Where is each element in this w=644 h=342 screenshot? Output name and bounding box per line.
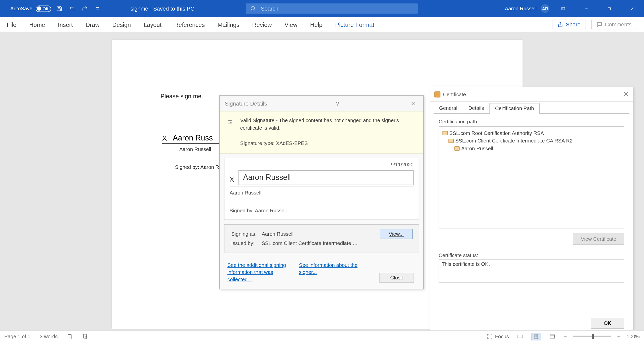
signature-dialog-title: Signature Details	[225, 100, 267, 107]
close-icon[interactable]	[623, 3, 641, 14]
certificate-node-icon	[454, 146, 459, 151]
toggle-knob-icon	[37, 6, 41, 11]
status-page[interactable]: Page 1 of 1	[4, 333, 30, 339]
zoom-level[interactable]: 100%	[627, 333, 640, 339]
certificate-node-icon	[442, 131, 448, 135]
accessibility-icon[interactable]	[82, 333, 88, 339]
svg-rect-19	[550, 334, 555, 338]
tab-insert[interactable]: Insert	[58, 21, 73, 28]
ok-button[interactable]: OK	[591, 318, 624, 329]
certificate-status-text: This certificate is OK.	[442, 261, 490, 267]
autosave-toggle[interactable]: Off	[36, 5, 51, 12]
tab-file[interactable]: File	[7, 21, 16, 28]
link-signer-info[interactable]: See information about the signer...	[299, 262, 363, 276]
save-icon[interactable]	[55, 4, 64, 13]
account-name[interactable]: Aaron Russell	[505, 6, 537, 12]
certificate-icon	[434, 91, 440, 97]
tab-layout[interactable]: Layout	[144, 21, 162, 28]
tab-picture-format[interactable]: Picture Format	[335, 21, 374, 28]
tab-mailings[interactable]: Mailings	[218, 21, 239, 28]
tab-design[interactable]: Design	[112, 21, 131, 28]
valid-signature-text: Valid Signature - The signed content has…	[240, 117, 416, 132]
certificate-tabs: General Details Certification Path	[433, 103, 629, 114]
share-button[interactable]: Share	[552, 20, 586, 29]
minimize-icon[interactable]	[577, 3, 595, 14]
print-layout-icon[interactable]	[531, 332, 541, 340]
cert-tab-general[interactable]: General	[433, 103, 463, 113]
page-prompt-text: Please sign me.	[160, 93, 203, 100]
share-label: Share	[566, 21, 581, 28]
signature-name: Aaron Russ	[173, 134, 213, 143]
issued-by-value: SSL.com Client Certificate Intermediate …	[262, 239, 364, 248]
autosave-label: AutoSave	[10, 6, 32, 12]
certificate-status-box: This certificate is OK.	[439, 259, 624, 283]
comments-button[interactable]: Comments	[591, 20, 637, 29]
spelling-check-icon[interactable]	[67, 333, 73, 339]
tree-item-intermediate[interactable]: SSL.com Client Certificate Intermediate …	[449, 137, 621, 144]
signature-underline	[230, 186, 414, 186]
dialog-help-icon[interactable]: ?	[332, 100, 343, 107]
document-title: signme - Saved to this PC	[130, 5, 194, 12]
tab-help[interactable]: Help	[310, 21, 323, 28]
dialog-close-icon[interactable]: ✕	[408, 100, 418, 107]
tree-item-root[interactable]: SSL.com Root Certification Authority RSA	[442, 129, 621, 137]
signature-printed-name: Aaron Russell	[230, 190, 414, 196]
share-icon	[558, 22, 563, 27]
certificate-status-label: Certificate status:	[439, 252, 624, 258]
zoom-in-button[interactable]: +	[617, 333, 621, 340]
dialog-close-icon[interactable]: ✕	[623, 90, 629, 98]
cert-tab-details[interactable]: Details	[463, 103, 490, 113]
signature-valid-icon	[227, 119, 233, 127]
ribbon-display-options-icon[interactable]	[554, 3, 572, 14]
certificate-dialog: Certificate ✕ General Details Certificat…	[430, 87, 633, 336]
redo-icon[interactable]	[80, 4, 90, 13]
title-bar: AutoSave Off signme - Saved to this PC S…	[0, 0, 644, 17]
tab-home[interactable]: Home	[29, 21, 45, 28]
cert-tab-certification-path[interactable]: Certification Path	[490, 103, 540, 114]
tab-draw[interactable]: Draw	[86, 21, 99, 28]
tab-view[interactable]: View	[285, 21, 297, 28]
search-placeholder: Search	[261, 5, 278, 12]
valid-signature-banner: Valid Signature - The signed content has…	[220, 111, 423, 154]
search-input[interactable]: Search	[246, 4, 418, 14]
tree-item-leaf[interactable]: Aaron Russell	[454, 145, 620, 152]
certification-path-label: Certification path	[439, 119, 624, 125]
zoom-slider[interactable]	[573, 336, 611, 337]
autosave-state: Off	[43, 6, 48, 11]
svg-point-11	[230, 122, 231, 123]
undo-icon[interactable]	[67, 4, 77, 13]
search-icon	[250, 6, 256, 12]
certificate-node-icon	[449, 139, 454, 143]
signing-as-label: Signing as:	[231, 230, 261, 238]
signature-type-text: Signature type: XAdES-EPES	[240, 139, 416, 147]
zoom-out-button[interactable]: −	[564, 333, 567, 340]
issued-by-label: Issued by:	[231, 239, 261, 248]
signature-preview-card: 9/11/2020 X Aaron Russell Aaron Russell …	[224, 158, 419, 220]
view-certificate-button[interactable]: View...	[380, 229, 413, 239]
ribbon: File Home Insert Draw Design Layout Refe…	[0, 17, 644, 32]
close-button[interactable]: Close	[380, 273, 414, 283]
signature-x-mark: X	[230, 176, 234, 183]
signature-details-dialog: Signature Details ? ✕ Valid Signature - …	[219, 95, 424, 289]
focus-mode-button[interactable]: Focus	[487, 333, 509, 339]
avatar[interactable]: AR	[541, 4, 549, 13]
svg-point-1	[251, 7, 254, 10]
svg-rect-13	[84, 334, 87, 338]
signing-as-value: Aaron Russell	[262, 230, 364, 238]
svg-rect-6	[608, 7, 610, 10]
view-certificate-button[interactable]: View Certificate	[573, 233, 624, 245]
maximize-icon[interactable]	[600, 3, 618, 14]
tab-review[interactable]: Review	[252, 21, 272, 28]
customize-qat-icon[interactable]	[93, 4, 102, 13]
status-word-count[interactable]: 3 words	[40, 333, 58, 339]
read-mode-icon[interactable]	[515, 332, 525, 340]
tab-references[interactable]: References	[174, 21, 205, 28]
comments-label: Comments	[605, 21, 631, 28]
link-additional-signing-info[interactable]: See the additional signing information t…	[227, 262, 291, 283]
document-area: Please sign me. X Aaron Russ Aaron Russe…	[0, 32, 644, 330]
certification-path-tree[interactable]: SSL.com Root Certification Authority RSA…	[439, 126, 624, 228]
certificate-dialog-title: Certificate	[443, 91, 466, 97]
signature-name-input[interactable]: Aaron Russell	[238, 170, 414, 185]
zoom-slider-thumb[interactable]	[592, 334, 594, 339]
web-layout-icon[interactable]	[547, 332, 557, 340]
